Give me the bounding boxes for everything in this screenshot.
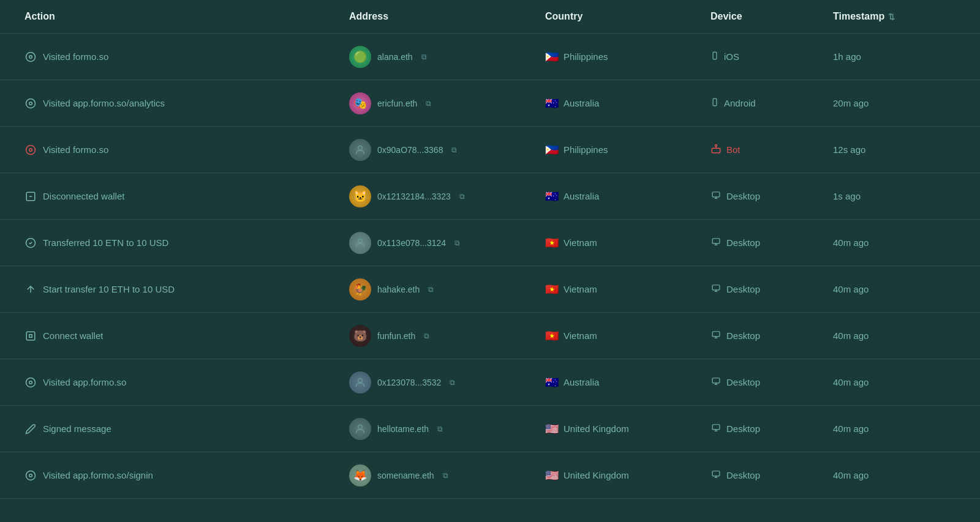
- copy-icon[interactable]: ⧉: [421, 53, 427, 61]
- avatar: [349, 139, 371, 161]
- copy-icon[interactable]: ⧉: [451, 146, 457, 154]
- copy-icon[interactable]: ⧉: [443, 471, 448, 480]
- country-cell: 🇻🇳 Vietnam: [545, 236, 710, 250]
- copy-icon[interactable]: ⧉: [454, 239, 460, 247]
- country-cell: 🇻🇳 Vietnam: [545, 329, 710, 343]
- copy-icon[interactable]: ⧉: [450, 378, 455, 387]
- copy-icon[interactable]: ⧉: [428, 285, 434, 294]
- action-type-icon: [24, 97, 37, 110]
- svg-point-10: [358, 146, 363, 150]
- device-icon: [710, 423, 722, 434]
- timestamp-cell: 40m ago: [833, 470, 956, 480]
- action-type-icon: [24, 190, 37, 203]
- address-text: funfun.eth: [377, 331, 415, 341]
- copy-icon[interactable]: ⧉: [426, 99, 431, 108]
- country-name: United Kingdom: [564, 423, 629, 434]
- table-row: Visited formo.so 0x90aO78...3368 ⧉ 🇵🇭 Ph…: [0, 127, 980, 173]
- country-flag: 🇦🇺: [545, 376, 559, 389]
- action-cell: Visited app.formo.so: [24, 376, 349, 389]
- device-cell: Bot: [710, 143, 833, 156]
- filter-icon[interactable]: ⇅: [888, 12, 895, 21]
- action-type-icon: [24, 283, 37, 296]
- svg-point-45: [26, 471, 36, 480]
- timestamp-value: 12s ago: [833, 144, 865, 155]
- svg-rect-11: [712, 148, 720, 153]
- action-cell: Visited formo.so: [24, 144, 349, 156]
- country-flag: 🇦🇺: [545, 97, 559, 110]
- timestamp-value: 40m ago: [833, 330, 869, 341]
- timestamp-value: 20m ago: [833, 98, 869, 108]
- action-label: Visited app.formo.so: [43, 377, 126, 387]
- col-header-timestamp: Timestamp ⇅: [833, 11, 956, 22]
- device-icon: [710, 284, 722, 294]
- device-label: Desktop: [726, 330, 760, 341]
- table-row: Disconnected wallet 🐱 0x12132184...3323 …: [0, 173, 980, 220]
- table-row: Signed message hellotame.eth ⧉ 🇺🇸 United…: [0, 406, 980, 452]
- device-label: iOS: [724, 51, 739, 62]
- svg-point-37: [358, 378, 363, 382]
- device-cell: Android: [710, 97, 833, 110]
- action-label: Visited app.formo.so/analytics: [43, 98, 165, 108]
- address-text: 0x113e078...3124: [377, 238, 446, 248]
- timestamp-cell: 1s ago: [833, 191, 956, 201]
- country-name: Australia: [564, 191, 599, 201]
- svg-rect-42: [712, 425, 720, 430]
- device-cell: Desktop: [710, 284, 833, 294]
- country-flag: 🇵🇭: [545, 143, 559, 157]
- address-cell: 🎭 ericfun.eth ⧉: [349, 92, 545, 114]
- address-cell: 🐻 funfun.eth ⧉: [349, 325, 545, 347]
- country-cell: 🇵🇭 Philippines: [545, 143, 710, 157]
- action-type-icon: [24, 469, 37, 482]
- device-label: Bot: [726, 144, 741, 155]
- timestamp-value: 40m ago: [833, 284, 869, 294]
- col-header-address: Address: [349, 11, 545, 22]
- avatar: [349, 232, 371, 254]
- action-type-icon: [24, 376, 37, 389]
- col-header-action: Action: [24, 11, 349, 22]
- svg-rect-31: [26, 332, 35, 340]
- timestamp-cell: 40m ago: [833, 377, 956, 387]
- avatar: [349, 371, 371, 393]
- timestamp-cell: 40m ago: [833, 237, 956, 248]
- device-icon: [710, 50, 719, 63]
- country-flag: 🇺🇸: [545, 469, 559, 482]
- country-cell: 🇦🇺 Australia: [545, 190, 710, 203]
- country-flag: 🇵🇭: [545, 50, 559, 64]
- action-label: Visited app.formo.so/signin: [43, 470, 153, 480]
- svg-rect-32: [712, 332, 720, 337]
- table-header: Action Address Country Device Timestamp …: [0, 0, 980, 34]
- device-label: Android: [724, 98, 756, 108]
- device-label: Desktop: [726, 284, 760, 294]
- timestamp-cell: 40m ago: [833, 423, 956, 434]
- svg-point-1: [29, 55, 32, 58]
- country-cell: 🇵🇭 Philippines: [545, 50, 710, 64]
- timestamp-cell: 1h ago: [833, 51, 956, 62]
- col-header-country: Country: [545, 11, 710, 22]
- device-cell: iOS: [710, 50, 833, 63]
- address-cell: 0x123078...3532 ⧉: [349, 371, 545, 393]
- action-label: Visited formo.so: [43, 51, 108, 62]
- timestamp-cell: 40m ago: [833, 330, 956, 341]
- svg-rect-38: [712, 378, 720, 383]
- activity-table: Action Address Country Device Timestamp …: [0, 0, 980, 522]
- country-cell: 🇻🇳 Vietnam: [545, 283, 710, 296]
- copy-icon[interactable]: ⧉: [424, 332, 429, 340]
- address-cell: 0x113e078...3124 ⧉: [349, 232, 545, 254]
- svg-rect-47: [712, 471, 720, 476]
- copy-icon[interactable]: ⧉: [459, 192, 465, 201]
- country-flag: 🇻🇳: [545, 329, 559, 343]
- table-row: Visited app.formo.so 0x123078...3532 ⧉ 🇦…: [0, 359, 980, 406]
- device-icon: [710, 377, 722, 387]
- action-label: Connect wallet: [43, 330, 103, 341]
- copy-icon[interactable]: ⧉: [437, 425, 443, 433]
- col-header-device: Device: [710, 11, 833, 22]
- timestamp-value: 40m ago: [833, 470, 869, 480]
- svg-point-36: [29, 381, 32, 384]
- table-row: Visited formo.so 🟢 alana.eth ⧉ 🇵🇭 Philip…: [0, 34, 980, 80]
- timestamp-value: 1s ago: [833, 191, 861, 201]
- device-cell: Desktop: [710, 330, 833, 341]
- address-cell: hellotame.eth ⧉: [349, 418, 545, 440]
- timestamp-value: 40m ago: [833, 237, 869, 248]
- device-cell: Desktop: [710, 377, 833, 387]
- country-cell: 🇦🇺 Australia: [545, 376, 710, 389]
